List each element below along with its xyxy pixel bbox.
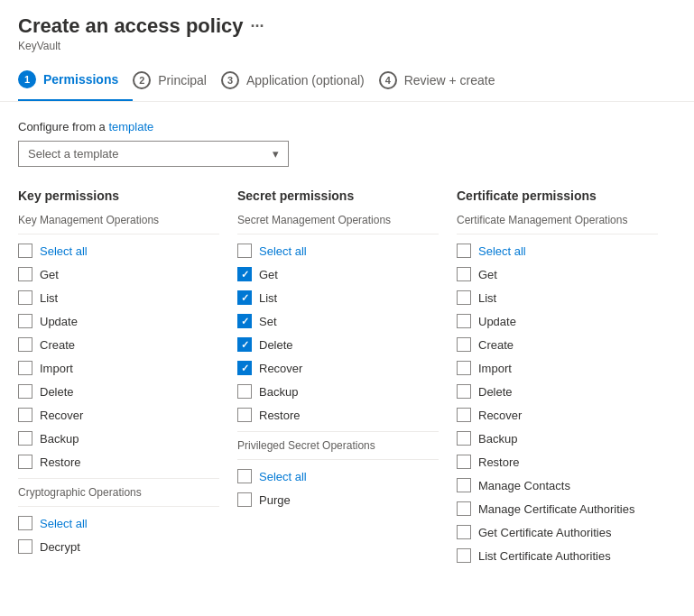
key-crypto-select-all-label[interactable]: Select all [40,517,88,530]
wizard-step-2[interactable]: 2 Principal [133,60,221,100]
key-delete-checkbox[interactable] [18,384,32,399]
cert-manage-contacts-item: Manage Contacts [457,476,658,494]
cert-create-checkbox[interactable] [457,337,471,352]
cert-manage-contacts-label: Manage Contacts [478,479,570,492]
secret-get-item: Get [237,265,439,283]
secret-priv-select-all-checkbox[interactable] [237,469,252,483]
secret-get-checkbox[interactable] [237,267,252,281]
secret-restore-checkbox[interactable] [237,408,252,422]
template-link[interactable]: template [108,120,153,133]
cert-restore-checkbox[interactable] [457,455,471,469]
page-title: Create an access policy ··· [18,14,676,38]
key-crypto-divider [18,478,219,479]
key-backup-label: Backup [40,432,79,446]
wizard-step-1[interactable]: 1 Permissions [18,60,133,101]
secret-select-all-label[interactable]: Select all [259,244,307,258]
permissions-grid: Key permissions Key Management Operation… [18,188,676,570]
cert-get-ca-checkbox[interactable] [457,525,471,539]
secret-get-label: Get [259,268,278,281]
cert-import-checkbox[interactable] [457,361,471,375]
step-4-number: 4 [379,71,397,89]
cert-backup-item: Backup [457,429,658,447]
step-1-label: Permissions [43,72,118,87]
key-create-checkbox[interactable] [18,337,32,352]
cert-create-label: Create [478,338,514,352]
key-crypto-divider2 [18,506,219,507]
step-2-number: 2 [133,71,151,89]
step-3-number: 3 [221,71,239,89]
cert-delete-checkbox[interactable] [457,384,471,399]
cert-update-checkbox[interactable] [457,314,471,328]
cert-get-label: Get [478,268,497,281]
template-dropdown-value: Select a template [28,147,118,161]
secret-privileged-section-label: Privileged Secret Operations [237,439,439,452]
secret-set-checkbox[interactable] [237,314,252,328]
chevron-down-icon: ▾ [273,147,279,161]
title-options-button[interactable]: ··· [250,17,264,36]
key-select-all-checkbox[interactable] [18,244,32,258]
template-dropdown[interactable]: Select a template ▾ [18,141,289,167]
cert-select-all-label[interactable]: Select all [478,244,526,258]
key-crypto-select-all-item: Select all [18,514,219,532]
step-2-label: Principal [158,73,207,87]
key-create-item: Create [18,336,219,354]
cert-restore-item: Restore [457,453,658,471]
cert-list-checkbox[interactable] [457,290,471,305]
secret-delete-item: Delete [237,336,439,354]
secret-recover-item: Recover [237,359,439,377]
cert-select-all-item: Select all [457,242,658,260]
secret-backup-item: Backup [237,382,439,400]
key-decrypt-checkbox[interactable] [18,539,32,554]
certificate-permissions-title: Certificate permissions [457,188,658,203]
cert-delete-label: Delete [478,385,513,399]
secret-select-all-checkbox[interactable] [237,244,252,258]
cert-get-ca-label: Get Certificate Authorities [478,526,611,539]
cert-manage-ca-checkbox[interactable] [457,501,471,516]
key-get-checkbox[interactable] [18,267,32,281]
secret-recover-checkbox[interactable] [237,361,252,375]
cert-get-checkbox[interactable] [457,267,471,281]
key-select-all-label[interactable]: Select all [40,244,88,258]
secret-delete-checkbox[interactable] [237,337,252,352]
secret-delete-label: Delete [259,338,293,352]
key-list-item: List [18,289,219,307]
key-delete-label: Delete [40,385,74,399]
cert-list-ca-label: List Certificate Authorities [478,549,611,563]
configure-label: Configure from a template [18,120,676,133]
key-list-checkbox[interactable] [18,290,32,305]
key-crypto-select-all-checkbox[interactable] [18,516,32,530]
cert-delete-item: Delete [457,382,658,400]
cert-select-all-checkbox[interactable] [457,244,471,258]
cert-list-label: List [478,291,496,305]
step-4-label: Review + create [404,73,495,87]
page-subtitle: KeyVault [18,40,676,52]
secret-purge-item: Purge [237,491,439,509]
secret-privileged-divider2 [237,459,439,460]
secret-recover-label: Recover [259,362,302,375]
cert-import-item: Import [457,359,658,377]
cert-list-ca-checkbox[interactable] [457,548,471,563]
key-update-label: Update [40,315,78,328]
key-recover-checkbox[interactable] [18,408,32,422]
secret-priv-select-all-label[interactable]: Select all [259,470,307,483]
secret-purge-checkbox[interactable] [237,492,252,507]
key-update-checkbox[interactable] [18,314,32,328]
cert-update-label: Update [478,315,516,328]
secret-priv-select-all-item: Select all [237,467,439,485]
key-restore-checkbox[interactable] [18,455,32,469]
key-restore-item: Restore [18,453,219,471]
key-select-all-item: Select all [18,242,219,260]
cert-restore-label: Restore [478,455,520,469]
cert-backup-checkbox[interactable] [457,431,471,446]
key-get-label: Get [40,268,59,281]
key-import-checkbox[interactable] [18,361,32,375]
cert-manage-contacts-checkbox[interactable] [457,478,471,492]
secret-set-item: Set [237,312,439,330]
cert-list-item: List [457,289,658,307]
secret-list-checkbox[interactable] [237,290,252,305]
wizard-step-4[interactable]: 4 Review + create [379,60,510,100]
secret-backup-checkbox[interactable] [237,384,252,399]
key-backup-checkbox[interactable] [18,431,32,446]
wizard-step-3[interactable]: 3 Application (optional) [221,60,379,100]
cert-recover-checkbox[interactable] [457,408,471,422]
